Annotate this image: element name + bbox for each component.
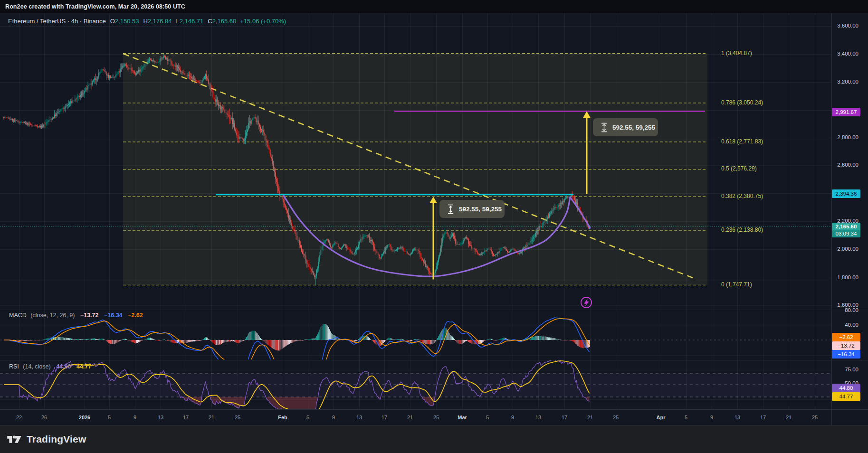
fib-level-label[interactable]: 0.618 (2,771.83) (721, 138, 763, 145)
rsi-title[interactable]: RSI (9, 363, 19, 370)
time-axis-label: 21 (407, 415, 413, 420)
time-axis-label: 9 (710, 415, 713, 420)
time-axis-label: 9 (332, 415, 335, 420)
time-axis-label: 25 (433, 415, 439, 420)
symbol-legend: Ethereum / TetherUS · 4h · BinanceO2,150… (8, 18, 286, 25)
macd-line-value: −16.34 (104, 312, 123, 319)
open-label: O (110, 18, 115, 25)
measure-value: 592.55, 59,255 (612, 124, 655, 131)
macd-line-badge: −16.34 (832, 350, 860, 359)
rsi-line-badge: 44.80 (832, 384, 860, 392)
fib-level-label[interactable]: 0.236 (2,138.80) (721, 226, 763, 233)
low-label: L (176, 18, 179, 25)
macd-signal-badge: −2.62 (832, 333, 860, 341)
bar-countdown: 03:09:34 (832, 230, 860, 237)
time-axis-label: Feb (278, 415, 287, 420)
macd-hist-value: −13.72 (80, 312, 99, 319)
price-scale-label: 1,800.00 (837, 274, 858, 280)
attribution-text: Ron2ee created with TradingView.com, Mar… (5, 3, 185, 10)
tradingview-logo-text[interactable]: TradingView (27, 434, 86, 445)
time-axis-label: 17 (760, 415, 766, 420)
close-value: 2,165.60 (212, 18, 237, 25)
time-axis-label: 17 (382, 415, 387, 420)
current-price-badge: 2,165.6003:09:34 (832, 223, 860, 237)
time-axis-label: 21 (209, 415, 214, 420)
time-axis-label: 9 (134, 415, 136, 420)
measure-icon (601, 123, 607, 132)
fib-level-label[interactable]: 1 (3,404.87) (721, 50, 752, 57)
macd-hist-badge: −13.72 (832, 341, 860, 350)
price-scale-label: 2,800.00 (837, 134, 858, 140)
time-axis-label: 13 (734, 415, 740, 420)
change-value: +15.06 (+0.70%) (240, 18, 286, 25)
price-scale-label: 2,600.00 (837, 162, 858, 168)
price-scale-label: 40.00 (845, 322, 858, 328)
rsi-ma-badge: 44.77 (832, 392, 860, 401)
time-axis-label: 5 (306, 415, 309, 420)
time-axis-label: 13 (158, 415, 163, 420)
attribution-bar: Ron2ee created with TradingView.com, Mar… (0, 0, 868, 13)
fib-level-label[interactable]: 0 (1,747.71) (721, 281, 752, 288)
open-value: 2,150.53 (115, 18, 139, 25)
price-scale-label: 3,600.00 (837, 23, 858, 28)
time-axis-label: 9 (511, 415, 514, 420)
cyan-line-price-badge: 2,394.36 (832, 189, 860, 198)
high-label: H (143, 18, 147, 25)
macd-params: (close, 12, 26, 9) (30, 312, 75, 319)
symbol-title[interactable]: Ethereum / TetherUS · 4h · Binance (8, 18, 106, 25)
macd-signal-value: −2.62 (128, 312, 143, 319)
time-axis-label: 13 (535, 415, 541, 420)
tradingview-logo-icon (6, 433, 22, 445)
measure-icon (448, 204, 454, 214)
price-scale-label: 80.00 (845, 307, 858, 313)
close-label: C (208, 18, 212, 25)
time-axis-label: 25 (812, 415, 818, 420)
time-axis-label: 17 (562, 415, 567, 420)
measure-value: 592.55, 59,255 (459, 206, 502, 213)
time-axis-label: Mar (458, 415, 467, 420)
price-scale-label: 3,400.00 (837, 51, 858, 57)
fib-level-label[interactable]: 0.382 (2,380.75) (721, 193, 763, 199)
time-axis-label: 13 (356, 415, 362, 420)
time-axis-label: 17 (183, 415, 189, 420)
rsi-ma-value: 44.77 (76, 363, 91, 370)
bottom-bar: TradingView (0, 425, 868, 453)
time-axis-label: 5 (108, 415, 111, 420)
time-axis-label: 5 (486, 415, 489, 420)
time-axis-label: 26 (41, 415, 47, 420)
tradingview-chart-window: Ron2ee created with TradingView.com, Mar… (0, 0, 868, 453)
time-axis-label: 5 (685, 415, 687, 420)
current-price-value: 2,165.60 (832, 223, 860, 230)
measure-tooltip[interactable]: 592.55, 59,255 (593, 118, 658, 136)
time-axis-label: 25 (235, 415, 240, 420)
price-scale-label: 2,000.00 (837, 246, 858, 252)
low-value: 2,146.71 (180, 18, 204, 25)
macd-title[interactable]: MACD (9, 312, 27, 319)
price-scale-label: 3,200.00 (837, 79, 858, 85)
macd-legend: MACD (close, 12, 26, 9) −13.72 −16.34 −2… (9, 312, 143, 319)
time-axis-label: 21 (587, 415, 593, 420)
rsi-line-value: 44.80 (56, 363, 71, 370)
time-axis-label: 21 (786, 415, 792, 420)
fib-level-label[interactable]: 0.786 (3,050.24) (721, 99, 763, 106)
rsi-params: (14, close) (23, 363, 50, 370)
time-axis-label: 25 (613, 415, 619, 420)
measure-tooltip[interactable]: 592.55, 59,255 (439, 200, 505, 218)
purple-ray-price-badge: 2,991.67 (832, 108, 860, 116)
rsi-legend: RSI (14, close) 44.80 44.77 (9, 363, 91, 370)
price-scale-label: 75.00 (845, 367, 858, 372)
time-axis-label: Apr (657, 415, 666, 420)
high-value: 2,176.84 (148, 18, 172, 25)
time-axis-label: 22 (16, 415, 22, 420)
time-axis-label: 2026 (79, 415, 90, 420)
fib-level-label[interactable]: 0.5 (2,576.29) (721, 165, 757, 172)
